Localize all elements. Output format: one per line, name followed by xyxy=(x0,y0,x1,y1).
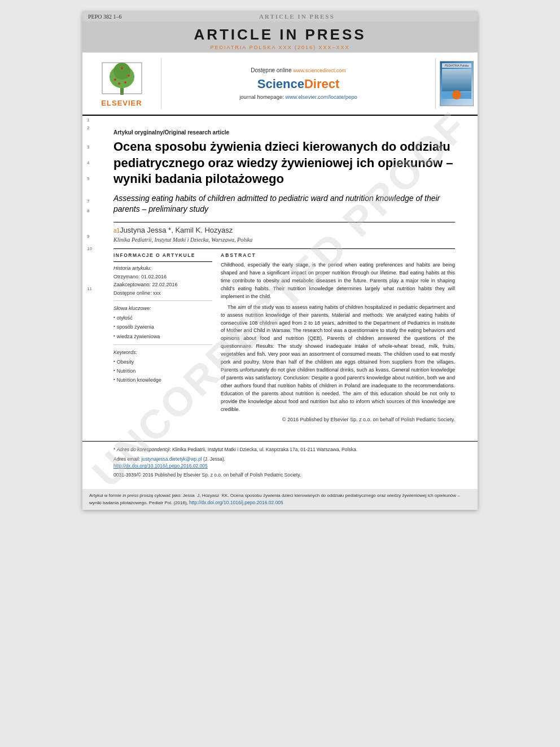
article-in-press-label: ARTICLE IN PRESS xyxy=(259,13,335,20)
date-accepted: Zaakceptowano: 22.02.2016 xyxy=(113,281,212,289)
left-column: INFORMACJE O ARTYKULE Historia artykułu:… xyxy=(113,252,212,422)
svg-point-6 xyxy=(124,81,126,84)
svg-point-2 xyxy=(113,63,130,80)
sciencedirect-url-link[interactable]: www.sciencedirect.com xyxy=(293,68,346,73)
line-num-11: 11 xyxy=(87,287,92,291)
sd-text-direct: Direct xyxy=(304,77,339,91)
keyword-pl-2-text: sposób żywienia xyxy=(117,322,154,331)
email-note: (J. Jessa). xyxy=(203,456,225,462)
abstract-body: Childhood, especially the early stage, i… xyxy=(221,261,455,414)
elsevier-tree-icon xyxy=(99,60,145,97)
top-bar: PEPO 382 1–6 ARTICLE IN PRESS xyxy=(82,11,478,21)
pepo-ref: PEPO 382 1–6 xyxy=(88,14,121,20)
article-page: PEPO 382 1–6 ARTICLE IN PRESS ARTICLE IN… xyxy=(82,11,478,510)
accepted-label: Zaakceptowano: xyxy=(113,282,152,287)
banner-title: ARTICLE IN PRESS xyxy=(82,26,478,43)
line-num-9: 9 xyxy=(87,234,89,239)
footer-note: * Adres do korespondencji: Klinika Pedia… xyxy=(113,446,455,479)
svg-point-7 xyxy=(121,67,123,69)
elsevier-text: ELSEVIER xyxy=(101,99,142,107)
keyword-en-1: •Obesity xyxy=(113,357,212,366)
dostepne-label: Dostępne online www.sciencedirect.com xyxy=(251,67,346,73)
keyword-pl-3: •wiedza żywieniowa xyxy=(113,332,212,341)
abstract-title: ABSTRACT xyxy=(221,252,455,258)
copyright-line: © 2016 Published by Elsevier Sp. z o.o. … xyxy=(221,417,455,422)
bullet-icon: • xyxy=(113,322,115,330)
line-num-5: 5 xyxy=(87,177,89,181)
correspondence-address: Klinika Pediatrii, Instytut Matki i Dzie… xyxy=(172,447,357,452)
bullet-icon: • xyxy=(113,375,115,383)
journal-cover-image: PEDIATRIA Polska xyxy=(440,61,474,106)
divider-after-subtitle xyxy=(113,222,455,222)
keyword-en-3-text: Nutrition knowledge xyxy=(117,375,161,385)
line-num-3: 3 xyxy=(87,145,89,150)
article-in-press-banner: ARTICLE IN PRESS PEDIATRIA POLSKA XXX (2… xyxy=(82,21,478,53)
keyword-en-2-text: Nutrition xyxy=(117,366,136,375)
keyword-en-3: •Nutrition knowledge xyxy=(113,375,212,385)
main-content: 1 2 Artykuł oryginalny/Original research… xyxy=(82,116,478,435)
main-content-wrapper: UNCORRECTED PROOF 1 2 Artykuł oryginalny… xyxy=(82,116,478,483)
bullet-icon: • xyxy=(113,332,115,340)
affiliation: Klinika Pediatrii, Instytut Matki i Dzie… xyxy=(113,237,455,243)
svg-point-5 xyxy=(118,82,120,85)
cover-header-bar: PEDIATRIA Polska xyxy=(442,63,471,68)
journal-homepage: journal homepage: www.elsevier.com/locat… xyxy=(239,94,357,100)
footer-section: * Adres do korespondencji: Klinika Pedia… xyxy=(82,441,478,483)
left-col-divider1 xyxy=(113,300,212,301)
journal-name: PEDIATRIA POLSKA XXX (2016) XXX–XXX xyxy=(82,45,478,50)
article-type-label: Artykuł oryginalny/Original research art… xyxy=(113,129,455,136)
bullet-icon: • xyxy=(113,357,115,365)
asterisk-label: * Adres do korespondencji: xyxy=(113,447,172,452)
abstract-section: ABSTRACT Childhood, especially the early… xyxy=(221,252,455,422)
keyword-pl-2: •sposób żywienia xyxy=(113,322,212,331)
keyword-en-2: •Nutrition xyxy=(113,366,212,375)
line-num-8: 8 xyxy=(87,209,89,213)
date-received: Otrzymano: 01.02.2016 xyxy=(113,273,212,281)
keyword-pl-1: •otyłość xyxy=(113,313,212,322)
citation-bar: Artykuł w formie in press proszę cytować… xyxy=(82,489,478,510)
abstract-para2: The aim of the study was to assess eatin… xyxy=(221,304,455,414)
bullet-icon: • xyxy=(113,313,115,321)
accepted-value: 22.02.2016 xyxy=(152,282,178,287)
header-section: ELSEVIER Dostępne online www.sciencedire… xyxy=(82,53,478,116)
line-num-1: 1 xyxy=(87,118,89,123)
keyword-en-1-text: Obesity xyxy=(117,357,134,366)
issn-line: 0031-3939/© 2016 Published by Elsevier S… xyxy=(113,471,455,479)
email-line: Adres email: justynajessa.dietetyk@wp.pl… xyxy=(113,456,455,463)
author-marker: a1 xyxy=(113,228,120,234)
line-num-10: 10 xyxy=(87,247,92,251)
sd-text-science: Science xyxy=(257,77,304,91)
elsevier-logo-block: ELSEVIER xyxy=(82,58,161,109)
bullet-icon: • xyxy=(113,366,115,374)
left-col-divider2 xyxy=(113,344,212,345)
historia-label: Historia artykułu: xyxy=(113,265,212,271)
header-middle: Dostępne online www.sciencedirect.com Sc… xyxy=(161,58,435,109)
journal-cover: PEDIATRIA Polska xyxy=(435,58,478,109)
abstract-para1: Childhood, especially the early stage, i… xyxy=(221,261,455,301)
sciencedirect-brand: ScienceDirect xyxy=(257,77,340,91)
received-value: 01.02.2016 xyxy=(141,274,167,279)
citation-doi-link[interactable]: http://dx.doi.org/10.1016/j.pepo.2016.02… xyxy=(189,500,283,505)
divider-before-columns xyxy=(113,248,455,249)
date-online: Dostępne online: xxx xyxy=(113,289,212,297)
keywords-en-label: Keywords: xyxy=(113,350,212,355)
svg-point-3 xyxy=(114,78,116,81)
info-box-divider xyxy=(113,261,212,262)
subtitle: Assessing eating habits of children admi… xyxy=(113,193,455,215)
two-column-section: INFORMACJE O ARTYKULE Historia artykułu:… xyxy=(113,252,455,422)
email-label: Adres email: xyxy=(113,456,142,462)
main-title: Ocena sposobu żywienia dzieci kierowanyc… xyxy=(113,139,455,187)
email-link[interactable]: justynajessa.dietetyk@wp.pl xyxy=(142,456,202,462)
online-label: Dostępne online: xyxy=(113,290,153,296)
svg-point-4 xyxy=(128,75,130,77)
doi-line: http://dx.doi.org/10.1016/j.pepo.2016.02… xyxy=(113,462,455,470)
info-box-title: INFORMACJE O ARTYKULE xyxy=(113,252,212,258)
received-label: Otrzymano: xyxy=(113,274,141,279)
keyword-pl-3-text: wiedza żywieniowa xyxy=(117,332,160,341)
doi-link[interactable]: http://dx.doi.org/10.1016/j.pepo.2016.02… xyxy=(113,463,208,469)
keywords-pl-label: Słowa kluczowe: xyxy=(113,305,212,311)
line-num-2: 2 xyxy=(87,126,89,130)
online-value: xxx xyxy=(153,290,161,296)
journal-homepage-link[interactable]: www.elsevier.com/locate/pepo xyxy=(286,94,357,100)
line-num-4: 4 xyxy=(87,161,89,165)
